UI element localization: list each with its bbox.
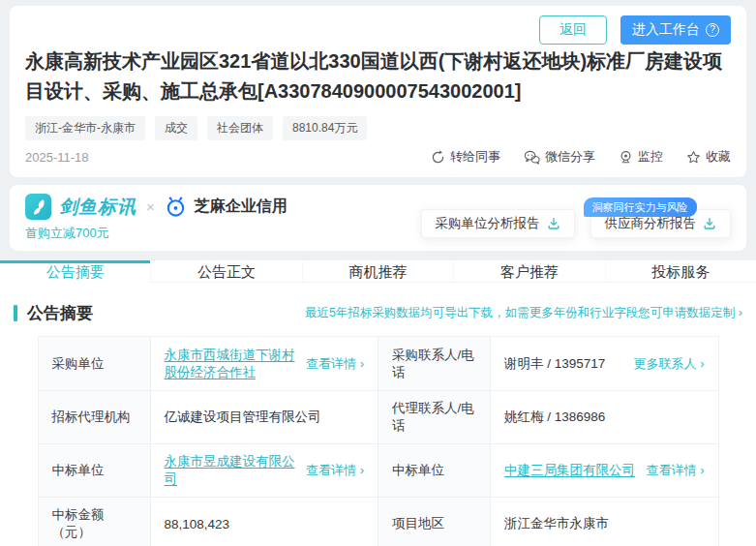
publish-date: 2025-11-18 [25,150,89,165]
row-label: 中标单位 [378,444,491,498]
row-label: 项目地区 [378,498,491,546]
jianyu-logo-icon [25,194,51,220]
brand-block: 剑鱼标讯 × 芝麻企业信用 首购立减700元 [25,194,287,242]
table-row: 中标单位 永康市昱成建设有限公司 查看详情 › 中标单位 中建三局集团有限公司 … [38,444,718,498]
forward-icon [431,150,445,165]
wechat-share-action[interactable]: 微信分享 [524,148,595,166]
org-type-tag: 社会团体 [207,116,273,140]
top-buttons: 返回 进入工作台 ? [25,15,731,45]
summary-table: 采购单位 永康市西城街道下谢村股份经济合作社 查看详情 › 采购联系人/电话 谢… [38,336,719,546]
monitor-icon [619,150,633,165]
row-label: 采购单位 [38,337,150,391]
region-tag: 浙江-金华市-永康市 [25,116,145,140]
wechat-icon [524,150,540,165]
section-accent-bar [14,305,17,321]
row-label: 中标金额（元） [38,498,150,546]
tab-announcement-summary[interactable]: 公告摘要 [0,260,150,283]
agency-contact-value: 姚红梅 / 1386986 [504,410,605,424]
row-label: 招标代理机构 [38,391,150,444]
project-region-value: 浙江金华市永康市 [504,516,609,531]
star-icon [686,150,701,165]
announcement-header-card: 返回 进入工作台 ? 永康高新技术产业园区321省道以北330国道以西(下谢村返… [10,6,746,177]
section-title-wrap: 公告摘要 [14,302,93,324]
tab-bar: 公告摘要 公告正文 商机推荐 客户推荐 投标服务 [0,260,756,283]
amount-tag: 8810.84万元 [283,116,367,140]
purchase-contact-value: 谢明丰 / 1395717 [504,355,605,373]
brand-name: 剑鱼标讯 [59,195,136,220]
tab-customer-recommend[interactable]: 客户推荐 [453,260,604,283]
meta-row: 2025-11-18 转给同事 微信分享 监控 收藏 [25,148,731,166]
action-bar: 转给同事 微信分享 监控 收藏 [431,148,731,166]
row-label: 中标单位 [38,444,150,498]
data-export-note-link[interactable]: 最近5年招标采购数据均可导出下载，如需更多年份和行业字段您可申请数据定制 › [305,305,742,321]
insight-badge: 洞察同行实力与风险 [584,197,697,217]
download-icon [703,217,716,230]
tab-bidding-service[interactable]: 投标服务 [605,260,756,283]
report-buttons: 采购单位分析报告 洞察同行实力与风险 供应商分析报告 [421,197,732,238]
more-contacts-link[interactable]: 更多联系人 › [634,355,705,373]
favorite-action[interactable]: 收藏 [686,148,731,166]
supplier-analysis-report-button[interactable]: 洞察同行实力与风险 供应商分析报告 [590,209,732,238]
view-detail-link[interactable]: 查看详情 › [306,462,364,479]
action-label: 收藏 [706,148,731,166]
view-detail-link[interactable]: 查看详情 › [647,462,705,479]
award-amount-value: 88,108,423 [165,517,230,531]
action-label: 转给同事 [450,148,500,166]
tab-business-recommend[interactable]: 商机推荐 [302,260,453,283]
download-icon [547,217,560,230]
enter-workspace-button[interactable]: 进入工作台 ? [620,15,731,45]
winner-link-2[interactable]: 中建三局集团有限公司 [504,462,635,479]
help-circle-icon: ? [706,23,719,37]
agency-value: 亿诚建设项目管理有限公司 [165,410,321,424]
zhima-ant-icon [165,196,187,218]
table-row: 采购单位 永康市西城街道下谢村股份经济合作社 查看详情 › 采购联系人/电话 谢… [38,337,718,391]
report-button-label: 供应商分析报告 [605,215,697,232]
tab-announcement-fulltext[interactable]: 公告正文 [150,260,301,283]
promo-text: 首购立减700元 [25,225,287,242]
partner-name: 芝麻企业信用 [195,197,287,217]
back-button[interactable]: 返回 [539,15,607,45]
cross-separator: × [146,198,155,215]
tag-list: 浙江-金华市-永康市 成交 社会团体 8810.84万元 [25,116,731,140]
view-detail-link[interactable]: 查看详情 › [306,355,364,373]
action-label: 监控 [638,148,663,166]
row-label: 采购联系人/电话 [378,337,491,391]
monitor-action[interactable]: 监控 [619,148,663,166]
page-title: 永康高新技术产业园区321省道以北330国道以西(下谢村返还地块)标准厂房建设项… [25,46,731,106]
workspace-button-label: 进入工作台 [632,21,700,39]
forward-to-colleague-action[interactable]: 转给同事 [431,148,500,166]
action-label: 微信分享 [545,148,595,166]
winner-link[interactable]: 永康市昱成建设有限公司 [165,453,301,488]
status-tag: 成交 [155,116,197,140]
purchaser-analysis-report-button[interactable]: 采购单位分析报告 [421,209,575,238]
table-row: 中标金额（元） 88,108,423 项目地区 浙江金华市永康市 [38,498,718,546]
purchaser-link[interactable]: 永康市西城街道下谢村股份经济合作社 [165,347,301,381]
row-label: 代理联系人/电话 [378,391,491,444]
table-row: 招标代理机构 亿诚建设项目管理有限公司 代理联系人/电话 姚红梅 / 13869… [38,391,718,444]
section-title: 公告摘要 [27,302,93,324]
summary-panel: 公告摘要 最近5年招标采购数据均可导出下载，如需更多年份和行业字段您可申请数据定… [0,283,756,546]
report-button-label: 采购单位分析报告 [436,215,540,232]
promo-banner: 剑鱼标讯 × 芝麻企业信用 首购立减700元 采购单位分析报告 洞察同行实力与风… [10,185,746,251]
